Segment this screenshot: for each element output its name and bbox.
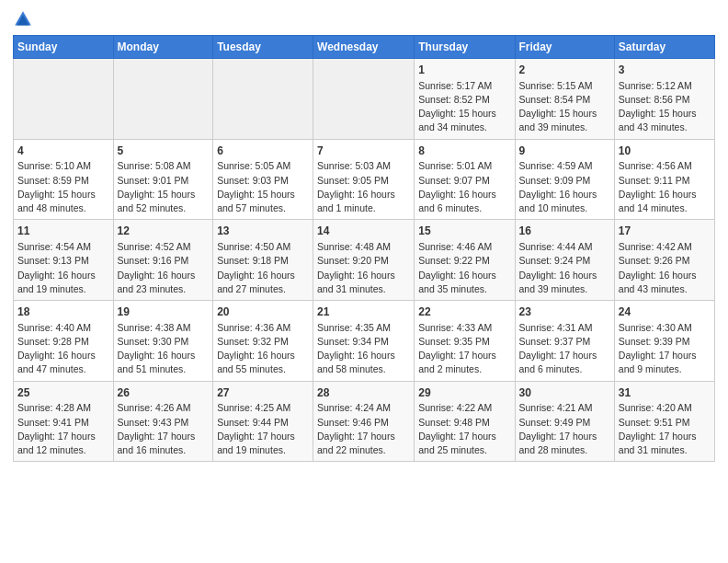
day-number: 28: [317, 385, 410, 401]
day-number: 31: [619, 385, 711, 401]
day-info: Sunrise: 4:44 AM Sunset: 9:24 PM Dayligh…: [519, 240, 610, 296]
calendar-cell: 11Sunrise: 4:54 AM Sunset: 9:13 PM Dayli…: [14, 220, 114, 301]
day-info: Sunrise: 4:26 AM Sunset: 9:43 PM Dayligh…: [118, 401, 210, 457]
day-number: 21: [317, 304, 410, 320]
day-number: 20: [217, 304, 309, 320]
calendar-cell: 7Sunrise: 5:03 AM Sunset: 9:05 PM Daylig…: [313, 139, 415, 220]
calendar-cell: 8Sunrise: 5:01 AM Sunset: 9:07 PM Daylig…: [415, 139, 515, 220]
calendar-cell: 2Sunrise: 5:15 AM Sunset: 8:54 PM Daylig…: [515, 59, 614, 140]
day-info: Sunrise: 4:52 AM Sunset: 9:16 PM Dayligh…: [118, 240, 210, 296]
calendar-cell: 12Sunrise: 4:52 AM Sunset: 9:16 PM Dayli…: [113, 220, 213, 301]
day-number: 24: [619, 304, 711, 320]
day-info: Sunrise: 5:15 AM Sunset: 8:54 PM Dayligh…: [519, 79, 610, 135]
day-number: 16: [519, 224, 610, 239]
day-info: Sunrise: 5:01 AM Sunset: 9:07 PM Dayligh…: [418, 159, 510, 215]
day-number: 22: [418, 304, 510, 320]
calendar-table: SundayMondayTuesdayWednesdayThursdayFrid…: [13, 35, 715, 462]
calendar-cell: 6Sunrise: 5:05 AM Sunset: 9:03 PM Daylig…: [213, 139, 313, 220]
calendar-cell: 13Sunrise: 4:50 AM Sunset: 9:18 PM Dayli…: [213, 220, 313, 301]
calendar-cell: 20Sunrise: 4:36 AM Sunset: 9:32 PM Dayli…: [213, 301, 313, 382]
day-info: Sunrise: 5:03 AM Sunset: 9:05 PM Dayligh…: [317, 159, 410, 215]
day-number: 1: [418, 63, 510, 78]
day-number: 25: [17, 385, 109, 401]
header-day-wednesday: Wednesday: [313, 36, 415, 59]
day-number: 27: [217, 385, 309, 401]
week-row-3: 11Sunrise: 4:54 AM Sunset: 9:13 PM Dayli…: [14, 220, 715, 301]
calendar-cell: 30Sunrise: 4:21 AM Sunset: 9:49 PM Dayli…: [515, 381, 614, 462]
header-day-monday: Monday: [113, 36, 213, 59]
day-info: Sunrise: 4:59 AM Sunset: 9:09 PM Dayligh…: [519, 159, 610, 215]
header: [13, 9, 715, 29]
day-number: 19: [118, 304, 210, 320]
calendar-cell: 27Sunrise: 4:25 AM Sunset: 9:44 PM Dayli…: [213, 381, 313, 462]
day-info: Sunrise: 4:38 AM Sunset: 9:30 PM Dayligh…: [118, 321, 210, 377]
calendar-cell: 1Sunrise: 5:17 AM Sunset: 8:52 PM Daylig…: [415, 59, 515, 140]
day-number: 11: [17, 224, 109, 239]
day-info: Sunrise: 4:56 AM Sunset: 9:11 PM Dayligh…: [619, 159, 711, 215]
calendar-header: SundayMondayTuesdayWednesdayThursdayFrid…: [14, 36, 715, 59]
calendar-cell: [113, 59, 213, 140]
calendar-cell: 22Sunrise: 4:33 AM Sunset: 9:35 PM Dayli…: [415, 301, 515, 382]
day-number: 12: [118, 224, 210, 239]
calendar-cell: [14, 59, 114, 140]
day-info: Sunrise: 5:05 AM Sunset: 9:03 PM Dayligh…: [217, 159, 309, 215]
header-row: SundayMondayTuesdayWednesdayThursdayFrid…: [14, 36, 715, 59]
day-info: Sunrise: 5:10 AM Sunset: 8:59 PM Dayligh…: [17, 159, 109, 215]
calendar-cell: 4Sunrise: 5:10 AM Sunset: 8:59 PM Daylig…: [14, 139, 114, 220]
calendar-cell: 31Sunrise: 4:20 AM Sunset: 9:51 PM Dayli…: [614, 381, 714, 462]
calendar-cell: 25Sunrise: 4:28 AM Sunset: 9:41 PM Dayli…: [14, 381, 114, 462]
header-day-friday: Friday: [515, 36, 614, 59]
week-row-5: 25Sunrise: 4:28 AM Sunset: 9:41 PM Dayli…: [14, 381, 715, 462]
calendar-cell: 3Sunrise: 5:12 AM Sunset: 8:56 PM Daylig…: [614, 59, 714, 140]
header-day-saturday: Saturday: [614, 36, 714, 59]
day-number: 30: [519, 385, 610, 401]
day-number: 9: [519, 144, 610, 159]
header-day-tuesday: Tuesday: [213, 36, 313, 59]
calendar-cell: 29Sunrise: 4:22 AM Sunset: 9:48 PM Dayli…: [415, 381, 515, 462]
week-row-1: 1Sunrise: 5:17 AM Sunset: 8:52 PM Daylig…: [14, 59, 715, 140]
calendar-cell: 9Sunrise: 4:59 AM Sunset: 9:09 PM Daylig…: [515, 139, 614, 220]
day-number: 4: [17, 144, 109, 159]
day-info: Sunrise: 5:12 AM Sunset: 8:56 PM Dayligh…: [619, 79, 711, 135]
day-number: 26: [118, 385, 210, 401]
week-row-4: 18Sunrise: 4:40 AM Sunset: 9:28 PM Dayli…: [14, 301, 715, 382]
generalblue-logo-icon: [13, 9, 33, 29]
calendar-cell: 15Sunrise: 4:46 AM Sunset: 9:22 PM Dayli…: [415, 220, 515, 301]
calendar-cell: 10Sunrise: 4:56 AM Sunset: 9:11 PM Dayli…: [614, 139, 714, 220]
calendar-cell: 5Sunrise: 5:08 AM Sunset: 9:01 PM Daylig…: [113, 139, 213, 220]
day-info: Sunrise: 4:22 AM Sunset: 9:48 PM Dayligh…: [418, 401, 510, 457]
day-info: Sunrise: 4:31 AM Sunset: 9:37 PM Dayligh…: [519, 321, 610, 377]
week-row-2: 4Sunrise: 5:10 AM Sunset: 8:59 PM Daylig…: [14, 139, 715, 220]
day-info: Sunrise: 4:33 AM Sunset: 9:35 PM Dayligh…: [418, 321, 510, 377]
day-info: Sunrise: 4:36 AM Sunset: 9:32 PM Dayligh…: [217, 321, 309, 377]
day-info: Sunrise: 4:48 AM Sunset: 9:20 PM Dayligh…: [317, 240, 410, 296]
calendar-cell: 28Sunrise: 4:24 AM Sunset: 9:46 PM Dayli…: [313, 381, 415, 462]
day-info: Sunrise: 4:42 AM Sunset: 9:26 PM Dayligh…: [619, 240, 711, 296]
calendar-cell: 17Sunrise: 4:42 AM Sunset: 9:26 PM Dayli…: [614, 220, 714, 301]
day-info: Sunrise: 4:24 AM Sunset: 9:46 PM Dayligh…: [317, 401, 410, 457]
day-number: 3: [619, 63, 711, 78]
day-info: Sunrise: 4:54 AM Sunset: 9:13 PM Dayligh…: [17, 240, 109, 296]
day-info: Sunrise: 4:40 AM Sunset: 9:28 PM Dayligh…: [17, 321, 109, 377]
day-info: Sunrise: 4:28 AM Sunset: 9:41 PM Dayligh…: [17, 401, 109, 457]
day-number: 10: [619, 144, 711, 159]
day-number: 7: [317, 144, 410, 159]
day-number: 2: [519, 63, 610, 78]
day-info: Sunrise: 4:25 AM Sunset: 9:44 PM Dayligh…: [217, 401, 309, 457]
day-number: 14: [317, 224, 410, 239]
day-info: Sunrise: 4:30 AM Sunset: 9:39 PM Dayligh…: [619, 321, 711, 377]
calendar-cell: 21Sunrise: 4:35 AM Sunset: 9:34 PM Dayli…: [313, 301, 415, 382]
calendar-cell: [313, 59, 415, 140]
day-number: 6: [217, 144, 309, 159]
day-info: Sunrise: 4:50 AM Sunset: 9:18 PM Dayligh…: [217, 240, 309, 296]
calendar-cell: 14Sunrise: 4:48 AM Sunset: 9:20 PM Dayli…: [313, 220, 415, 301]
day-number: 23: [519, 304, 610, 320]
page: SundayMondayTuesdayWednesdayThursdayFrid…: [0, 0, 728, 563]
day-info: Sunrise: 4:20 AM Sunset: 9:51 PM Dayligh…: [619, 401, 711, 457]
calendar-cell: 19Sunrise: 4:38 AM Sunset: 9:30 PM Dayli…: [113, 301, 213, 382]
day-number: 8: [418, 144, 510, 159]
day-number: 15: [418, 224, 510, 239]
day-info: Sunrise: 5:08 AM Sunset: 9:01 PM Dayligh…: [118, 159, 210, 215]
day-info: Sunrise: 5:17 AM Sunset: 8:52 PM Dayligh…: [418, 79, 510, 135]
calendar-cell: 26Sunrise: 4:26 AM Sunset: 9:43 PM Dayli…: [113, 381, 213, 462]
